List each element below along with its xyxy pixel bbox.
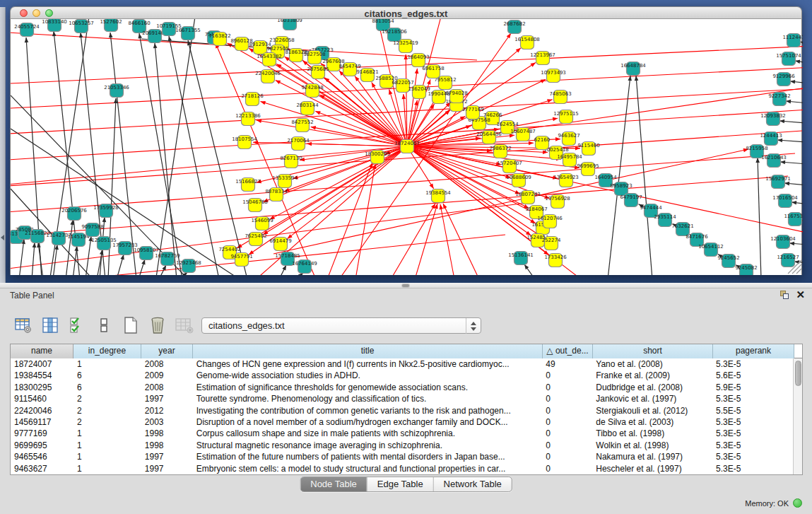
- table-cell[interactable]: Investigating the contribution of common…: [193, 405, 543, 416]
- left-panel-gutter[interactable]: [0, 7, 6, 283]
- table-cell[interactable]: 1997: [141, 463, 193, 474]
- table-cell[interactable]: 5.3E-5: [712, 451, 794, 462]
- table-row[interactable]: 1830029562008Estimation of significance …: [11, 382, 794, 393]
- table-cell[interactable]: 5.6E-5: [712, 370, 794, 381]
- table-cell[interactable]: Tourette syndrome. Phenomenology and cla…: [193, 393, 543, 404]
- table-cell[interactable]: 1998: [141, 428, 193, 439]
- divider-grip-icon[interactable]: [402, 284, 409, 287]
- table-cell[interactable]: 6: [73, 382, 141, 393]
- column-visibility-icon[interactable]: [41, 316, 59, 334]
- panel-collapse-arrow-icon[interactable]: [1, 235, 4, 240]
- table-row[interactable]: 1456911722003Disruption of a novel membe…: [11, 416, 794, 428]
- table-cell[interactable]: de Silva et al. (2003): [592, 416, 712, 428]
- resize-grip-icon[interactable]: [796, 269, 801, 274]
- table-cell[interactable]: 1: [73, 440, 141, 451]
- table-cell[interactable]: Hescheler et al. (1997): [592, 463, 712, 474]
- close-panel-icon[interactable]: ✕: [796, 288, 805, 301]
- table-cell[interactable]: 1998: [141, 440, 193, 451]
- table-cell[interactable]: 0: [542, 405, 592, 416]
- table-cell[interactable]: Estimation of significance thresholds fo…: [193, 382, 543, 393]
- table-cell[interactable]: Yano et al. (2008): [592, 358, 712, 370]
- table-cell[interactable]: 22420046: [11, 405, 73, 416]
- tab-network-table[interactable]: Network Table: [434, 477, 512, 491]
- column-header-out_de[interactable]: △ out_de...: [543, 344, 593, 358]
- table-cell[interactable]: Wolkin et al. (1998): [592, 440, 712, 451]
- column-header-name[interactable]: name: [11, 344, 73, 358]
- table-selector-dropdown[interactable]: citations_edges.txt: [201, 317, 481, 334]
- table-cell[interactable]: 1: [73, 428, 141, 439]
- table-cell[interactable]: 0: [542, 428, 592, 439]
- delete-rows-trash-icon[interactable]: [148, 316, 167, 334]
- table-cell[interactable]: 0: [542, 463, 592, 474]
- table-row[interactable]: 969969511998Structural magnetic resonanc…: [11, 440, 794, 451]
- table-row[interactable]: 2242004622012Investigating the contribut…: [11, 405, 794, 416]
- row-selection-icon[interactable]: [68, 316, 86, 334]
- tab-node-table[interactable]: Node Table: [300, 477, 367, 491]
- table-cell[interactable]: 2003: [141, 416, 193, 428]
- column-header-in_degree[interactable]: in_degree: [73, 344, 141, 358]
- table-cell[interactable]: 9699695: [11, 440, 73, 451]
- table-cell[interactable]: 2: [73, 416, 141, 428]
- table-cell[interactable]: Corpus callosum shape and size in male p…: [193, 428, 543, 439]
- table-cell[interactable]: Changes of HCN gene expression and I(f) …: [193, 358, 543, 370]
- table-cell[interactable]: 18724007: [11, 358, 73, 370]
- table-cell[interactable]: Structural magnetic resonance image aver…: [193, 440, 543, 451]
- table-cell[interactable]: 1: [73, 358, 141, 370]
- column-header-title[interactable]: title: [193, 344, 543, 358]
- table-cell[interactable]: 9465546: [11, 451, 73, 462]
- merge-tables-icon[interactable]: [95, 316, 113, 334]
- table-row[interactable]: 1872400712008Changes of HCN gene express…: [11, 358, 794, 370]
- table-cell[interactable]: 5.3E-5: [712, 428, 794, 439]
- table-row[interactable]: 1938455462009Genome-wide association stu…: [11, 370, 794, 381]
- table-cell[interactable]: 2: [73, 393, 141, 404]
- table-cell[interactable]: 9777169: [11, 428, 73, 439]
- table-cell[interactable]: 9115460: [11, 393, 73, 404]
- table-settings-icon[interactable]: [14, 316, 33, 334]
- table-row[interactable]: 911546021997Tourette syndrome. Phenomeno…: [11, 393, 794, 404]
- table-cell[interactable]: 2009: [141, 370, 193, 381]
- table-cell[interactable]: 5.3E-5: [712, 393, 794, 404]
- table-cell[interactable]: 1: [73, 451, 141, 462]
- table-cell[interactable]: Nakamura et al. (1997): [592, 451, 712, 462]
- table-cell[interactable]: Genome-wide association studies in ADHD.: [193, 370, 543, 381]
- table-cell[interactable]: 2012: [141, 405, 193, 416]
- table-cell[interactable]: 1997: [141, 451, 193, 462]
- panel-split-divider[interactable]: [0, 283, 812, 288]
- table-cell[interactable]: Disruption of a novel member of a sodium…: [193, 416, 543, 428]
- table-cell[interactable]: 5.3E-5: [712, 358, 794, 370]
- network-graph-canvas[interactable]: 2405572410833140106532571527602846616020…: [10, 19, 802, 275]
- scrollbar-thumb[interactable]: [795, 361, 801, 386]
- table-cell[interactable]: Estimation of the future numbers of pati…: [193, 451, 543, 462]
- column-header-pagerank[interactable]: pagerank: [713, 344, 794, 358]
- table-cell[interactable]: 0: [542, 416, 592, 428]
- table-cell[interactable]: 5.9E-5: [712, 382, 794, 393]
- table-row[interactable]: 946362711997Embryonic stem cells: a mode…: [11, 463, 794, 474]
- table-row[interactable]: 946554611997Estimation of the future num…: [11, 451, 794, 462]
- table-cell[interactable]: 5.5E-5: [712, 405, 794, 416]
- table-vertical-scrollbar[interactable]: [793, 358, 802, 474]
- table-cell[interactable]: 49: [542, 358, 592, 370]
- table-cell[interactable]: Embryonic stem cells: a model to study s…: [193, 463, 543, 474]
- table-cell[interactable]: 9463627: [11, 463, 73, 474]
- table-cell[interactable]: 2: [73, 405, 141, 416]
- table-cell[interactable]: 2008: [141, 382, 193, 393]
- table-cell[interactable]: 14569117: [11, 416, 73, 428]
- table-cell[interactable]: Stergiakouli et al. (2012): [592, 405, 712, 416]
- table-cell[interactable]: 0: [542, 451, 592, 462]
- table-cell[interactable]: Dudbridge et al. (2008): [592, 382, 712, 393]
- table-row[interactable]: 977716911998Corpus callosum shape and si…: [11, 428, 794, 439]
- table-cell[interactable]: 5.3E-5: [712, 416, 794, 428]
- table-cell[interactable]: 19384554: [11, 370, 73, 381]
- table-cell[interactable]: Jankovic et al. (1997): [592, 393, 712, 404]
- float-panel-icon[interactable]: [780, 291, 789, 300]
- column-header-year[interactable]: year: [141, 344, 193, 358]
- table-cell[interactable]: 0: [542, 370, 592, 381]
- table-cell[interactable]: Franke et al. (2009): [592, 370, 712, 381]
- table-cell[interactable]: 5.3E-5: [712, 440, 794, 451]
- window-titlebar[interactable]: citations_edges.txt: [10, 6, 802, 19]
- new-table-icon[interactable]: [122, 316, 140, 334]
- tab-edge-table[interactable]: Edge Table: [367, 477, 434, 491]
- table-cell[interactable]: Tibbo et al. (1998): [592, 428, 712, 439]
- table-cell[interactable]: 0: [542, 440, 592, 451]
- table-cell[interactable]: 0: [542, 382, 592, 393]
